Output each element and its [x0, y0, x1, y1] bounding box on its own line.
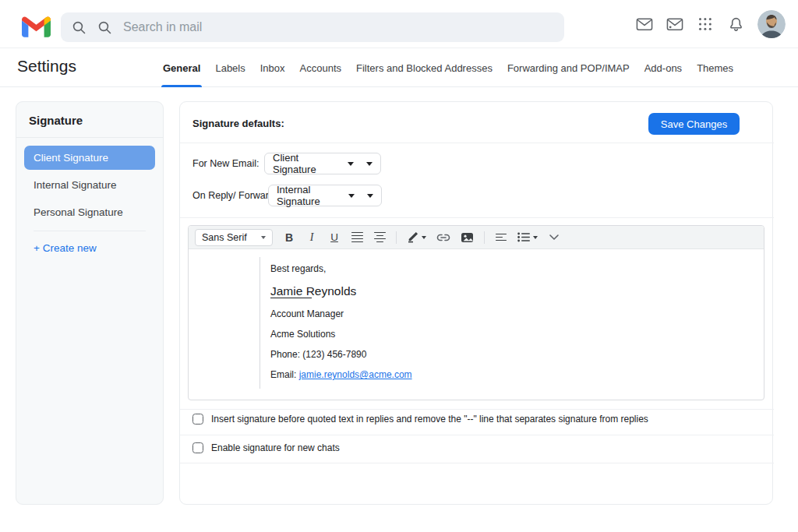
insert-link-icon[interactable] — [436, 229, 450, 246]
signature-greeting: Best regards, — [270, 262, 412, 277]
chevron-down-icon — [367, 194, 373, 198]
search-icon[interactable] — [97, 20, 112, 35]
checkbox-label: Insert signature before quoted text in r… — [211, 414, 648, 425]
mail-icon[interactable] — [636, 16, 653, 32]
toolbar-divider — [484, 231, 485, 244]
insert-signature-option: Insert signature before quoted text in r… — [192, 414, 648, 425]
chevron-down-icon — [348, 194, 355, 198]
topbar-actions — [636, 0, 786, 48]
reply-forward-signature-select[interactable]: Internal Signature — [268, 185, 382, 206]
signature-sidebar: Signature Client Signature Internal Sign… — [16, 101, 164, 505]
divider — [180, 143, 774, 143]
for-new-email-label: For New Email: — [192, 158, 259, 169]
tab-themes[interactable]: Themes — [697, 48, 733, 87]
sidebar-item-internal-signature[interactable]: Internal Signature — [24, 173, 155, 197]
search-bar[interactable] — [61, 12, 564, 42]
more-options-icon[interactable] — [548, 229, 560, 246]
tab-accounts[interactable]: Accounts — [300, 48, 341, 87]
divider — [180, 435, 774, 435]
tab-add-ons[interactable]: Add-ons — [644, 48, 682, 87]
enable-chat-signature-option: Enable signature for new chats — [192, 442, 340, 453]
checkbox-label: Enable signature for new chats — [211, 442, 340, 453]
divider — [180, 409, 774, 410]
tab-inbox[interactable]: Inbox — [260, 48, 285, 87]
tab-general[interactable]: General — [163, 48, 200, 87]
page-title: Settings — [17, 57, 76, 76]
save-changes-button[interactable]: Save Changes — [648, 113, 740, 135]
insert-image-icon[interactable] — [461, 229, 474, 246]
insert-signature-checkbox[interactable] — [192, 414, 203, 425]
select-value: Client Signature — [273, 152, 341, 175]
divider — [180, 217, 774, 218]
bell-icon[interactable] — [727, 16, 744, 32]
chevron-down-icon — [366, 162, 373, 166]
apps-grid-icon[interactable] — [697, 16, 714, 32]
signature-name: Jamie Reynolds — [270, 282, 412, 301]
search-icon[interactable] — [72, 20, 87, 35]
editor-indent-line — [260, 257, 260, 389]
bold-icon[interactable]: B — [283, 229, 295, 246]
tab-labels[interactable]: Labels — [215, 48, 245, 87]
signature-editor: Sans Serif B I U — [188, 225, 764, 400]
topbar — [0, 0, 798, 48]
font-select-value: Sans Serif — [202, 232, 247, 243]
underline-icon[interactable]: U — [328, 229, 341, 246]
editor-toolbar: Sans Serif B I U — [189, 226, 764, 249]
tab-filters-blocked-addresses[interactable]: Filters and Blocked Addresses — [356, 48, 493, 87]
on-reply-forward-label: On Reply/ Forward: — [192, 190, 277, 201]
align-left-icon[interactable] — [495, 229, 507, 246]
italic-icon[interactable]: I — [305, 229, 318, 246]
signature-job-title: Account Manager — [270, 307, 412, 322]
signature-company: Acme Solutions — [270, 327, 412, 342]
align-center-icon[interactable] — [373, 229, 386, 246]
divider — [180, 463, 774, 463]
gmail-settings-page: Settings General Labels Inbox Accounts F… — [0, 0, 798, 532]
avatar[interactable] — [757, 10, 786, 38]
email-link[interactable]: jamie.reynolds@acme.com — [299, 369, 412, 380]
new-email-signature-select[interactable]: Client Signature — [264, 153, 381, 174]
align-justify-icon[interactable] — [351, 229, 363, 246]
gmail-logo-icon[interactable] — [22, 16, 51, 37]
sidebar-title: Signature — [16, 102, 163, 138]
sidebar-item-client-signature[interactable]: Client Signature — [24, 146, 155, 170]
select-value: Internal Signature — [277, 184, 342, 207]
search-input[interactable] — [123, 20, 553, 34]
text-color-icon[interactable] — [407, 229, 426, 246]
sidebar-divider — [34, 231, 146, 231]
tab-forwarding-pop-imap[interactable]: Forwarding and POP/IMAP — [507, 48, 630, 87]
signature-defaults-label: Signature defaults: — [192, 118, 284, 129]
signature-email-line: Email: jamie.reynolds@acme.com — [270, 368, 412, 382]
enable-chat-signature-checkbox[interactable] — [192, 442, 203, 453]
toolbar-divider — [396, 231, 397, 244]
signature-settings-panel: Signature defaults: Save Changes For New… — [179, 101, 773, 505]
settings-tabs: General Labels Inbox Accounts Filters an… — [163, 48, 733, 87]
chevron-down-icon — [261, 236, 266, 239]
signature-editor-body[interactable]: Best regards, Jamie Reynolds Account Man… — [189, 249, 764, 400]
sidebar-item-personal-signature[interactable]: Personal Signature — [24, 200, 155, 224]
font-family-select[interactable]: Sans Serif — [195, 229, 273, 246]
chevron-down-icon — [348, 162, 354, 166]
signature-phone: Phone: (123) 456-7890 — [270, 347, 412, 362]
signature-list: Client Signature Internal Signature Pers… — [16, 138, 163, 260]
create-new-button[interactable]: + Create new — [24, 236, 155, 260]
mail-unread-icon[interactable] — [666, 16, 683, 32]
settings-header: Settings General Labels Inbox Accounts F… — [0, 48, 798, 87]
bulleted-list-icon[interactable] — [517, 229, 538, 246]
signature-content: Best regards, Jamie Reynolds Account Man… — [270, 262, 412, 388]
